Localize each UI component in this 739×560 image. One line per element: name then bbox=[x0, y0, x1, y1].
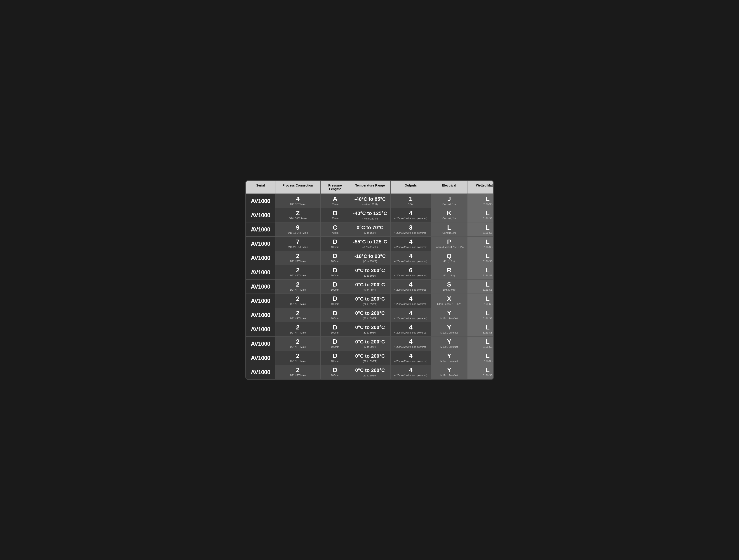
cell-serial: AV1000 bbox=[246, 351, 275, 365]
cell-pressure: D100mm bbox=[321, 365, 350, 379]
table-row: AV100041/4" NPT MaleA25mm-40°C to 85°C(-… bbox=[246, 194, 493, 208]
cell-temp: -18°C to 93°C(-0 to 200°F) bbox=[350, 251, 391, 265]
header-cell-pressure-length*: Pressure Length* bbox=[321, 181, 350, 194]
cell-temp: 0°C to 200°C(32 to 392°F) bbox=[350, 351, 391, 365]
serial-value: AV1000 bbox=[251, 311, 270, 319]
cell-serial: AV1000 bbox=[246, 337, 275, 351]
cell-temp: 0°C to 200°C(32 to 392°F) bbox=[350, 265, 391, 279]
serial-value: AV1000 bbox=[251, 211, 270, 219]
serial-value: AV1000 bbox=[251, 197, 270, 205]
cell-outputs: 44-20mA (2 wire loop powered) bbox=[391, 308, 431, 322]
cell-outputs: 44-20mA (2 wire loop powered) bbox=[391, 351, 431, 365]
serial-value: AV1000 bbox=[251, 239, 270, 248]
cell-wetted: L316L-SS bbox=[467, 351, 494, 365]
cell-pressure: C75mm bbox=[321, 222, 350, 236]
table-row: AV100021/2" NPT MaleD100mm-18°C to 93°C(… bbox=[246, 251, 493, 265]
cell-electrical: YM12x1 Eurofast bbox=[431, 351, 467, 365]
cell-electrical: R6ft. (1.8m) bbox=[431, 265, 467, 279]
table-row: AV100021/2" NPT MaleD100mm0°C to 200°C(3… bbox=[246, 322, 493, 337]
cell-outputs: 11-5V bbox=[391, 194, 431, 208]
cell-pressure: A25mm bbox=[321, 194, 350, 208]
cell-wetted: L316L-SS bbox=[467, 222, 494, 236]
cell-outputs: 44-20mA (2 wire loop powered) bbox=[391, 279, 431, 294]
cell-serial: AV1000 bbox=[246, 365, 275, 379]
cell-connection: 21/2" NPT Male bbox=[275, 322, 321, 336]
cell-wetted: L316L-SS bbox=[467, 308, 494, 322]
cell-wetted: L316L-SS bbox=[467, 337, 494, 351]
table-row: AV100021/2" NPT MaleD100mm0°C to 200°C(3… bbox=[246, 337, 493, 351]
header-cell-serial: Serial bbox=[246, 181, 275, 194]
cell-temp: -40°C to 85°C(-40 to 185°F) bbox=[350, 194, 391, 208]
cell-outputs: 44-20mA (2 wire loop powered) bbox=[391, 322, 431, 336]
table-row: AV100021/2" NPT MaleD100mm0°C to 200°C(3… bbox=[246, 365, 493, 379]
cell-temp: 0°C to 70°C(32 to 158°F) bbox=[350, 222, 391, 236]
serial-value: AV1000 bbox=[251, 368, 270, 376]
serial-value: AV1000 bbox=[251, 268, 270, 276]
cell-pressure: D100mm bbox=[321, 279, 350, 294]
table-row: AV100021/2" NPT MaleD100mm0°C to 200°C(3… bbox=[246, 265, 493, 279]
cell-wetted: L316L-SS bbox=[467, 322, 494, 336]
cell-electrical: YM12x1 Eurofast bbox=[431, 365, 467, 379]
cell-outputs: 44-20mA (2 wire loop powered) bbox=[391, 237, 431, 251]
table-row: AV100021/2" NPT MaleD100mm0°C to 200°C(3… bbox=[246, 351, 493, 365]
cell-serial: AV1000 bbox=[246, 308, 275, 322]
cell-electrical: Q4ft. (1.2m) bbox=[431, 251, 467, 265]
cell-wetted: L316L-SS bbox=[467, 294, 494, 308]
cell-serial: AV1000 bbox=[246, 222, 275, 236]
cell-outputs: 44-20mA (2 wire loop powered) bbox=[391, 208, 431, 222]
cell-connection: 21/2" NPT Male bbox=[275, 365, 321, 379]
cell-serial: AV1000 bbox=[246, 251, 275, 265]
cell-electrical: YM12x1 Eurofast bbox=[431, 308, 467, 322]
cell-temp: 0°C to 200°C(32 to 392°F) bbox=[350, 322, 391, 336]
serial-value: AV1000 bbox=[251, 225, 270, 233]
table-row: AV100021/2" NPT MaleD100mm0°C to 200°C(3… bbox=[246, 294, 493, 308]
cell-serial: AV1000 bbox=[246, 294, 275, 308]
cell-serial: AV1000 bbox=[246, 208, 275, 222]
cell-connection: 21/2" NPT Male bbox=[275, 265, 321, 279]
cell-temp: -40°C to 125°C(-40 to 257°F) bbox=[350, 208, 391, 222]
cell-wetted: L316L-SS bbox=[467, 265, 494, 279]
cell-connection: 41/4" NPT Male bbox=[275, 194, 321, 208]
cell-connection: 21/2" NPT Male bbox=[275, 294, 321, 308]
header-cell-wetted-material: Wetted Material bbox=[467, 181, 494, 194]
cell-serial: AV1000 bbox=[246, 279, 275, 294]
cell-electrical: S10ft. (3.0m) bbox=[431, 279, 467, 294]
spec-table: SerialProcess ConnectionPressure Length*… bbox=[245, 180, 494, 380]
header-cell-process-connection: Process Connection bbox=[275, 181, 321, 194]
cell-electrical: JConduit, 1m bbox=[431, 194, 467, 208]
serial-value: AV1000 bbox=[251, 254, 270, 262]
cell-pressure: B50mm bbox=[321, 208, 350, 222]
cell-serial: AV1000 bbox=[246, 237, 275, 251]
cell-pressure: D100mm bbox=[321, 251, 350, 265]
cell-wetted: L316L-SS bbox=[467, 194, 494, 208]
table-row: AV100021/2" NPT MaleD100mm0°C to 200°C(3… bbox=[246, 279, 493, 294]
cell-outputs: 44-20mA (2 wire loop powered) bbox=[391, 365, 431, 379]
table-row: AV1000ZG1/4 3852 MaleB50mm-40°C to 125°C… bbox=[246, 208, 493, 222]
header-cell-outputs: Outputs bbox=[391, 181, 431, 194]
cell-serial: AV1000 bbox=[246, 322, 275, 336]
table-body: AV100041/4" NPT MaleA25mm-40°C to 85°C(-… bbox=[246, 194, 493, 379]
table-row: AV100021/2" NPT MaleD100mm0°C to 200°C(3… bbox=[246, 308, 493, 322]
serial-value: AV1000 bbox=[251, 283, 270, 291]
serial-value: AV1000 bbox=[251, 325, 270, 333]
cell-connection: 21/2" NPT Male bbox=[275, 251, 321, 265]
cell-temp: 0°C to 200°C(32 to 392°F) bbox=[350, 294, 391, 308]
cell-wetted: L316L-SS bbox=[467, 208, 494, 222]
cell-pressure: D100mm bbox=[321, 294, 350, 308]
cell-connection: 21/2" NPT Male bbox=[275, 337, 321, 351]
cell-outputs: 44-20mA (2 wire loop powered) bbox=[391, 251, 431, 265]
serial-value: AV1000 bbox=[251, 340, 270, 348]
cell-temp: -55°C to 125°C(-67 to 257°F) bbox=[350, 237, 391, 251]
cell-electrical: YM12x1 Eurofast bbox=[431, 337, 467, 351]
cell-temp: 0°C to 200°C(32 to 392°F) bbox=[350, 337, 391, 351]
cell-connection: 99/16-18 UNF Male bbox=[275, 222, 321, 236]
cell-connection: 77/16-20 UNF Male bbox=[275, 237, 321, 251]
cell-electrical: PPackard Metrick 150 3 Pin bbox=[431, 237, 467, 251]
cell-pressure: D100mm bbox=[321, 308, 350, 322]
cell-pressure: D100mm bbox=[321, 351, 350, 365]
cell-connection: 21/2" NPT Male bbox=[275, 279, 321, 294]
cell-pressure: D100mm bbox=[321, 265, 350, 279]
cell-pressure: D100mm bbox=[321, 237, 350, 251]
cell-electrical: YM12x1 Eurofast bbox=[431, 322, 467, 336]
cell-outputs: 34-20mA (2 wire loop powered) bbox=[391, 222, 431, 236]
